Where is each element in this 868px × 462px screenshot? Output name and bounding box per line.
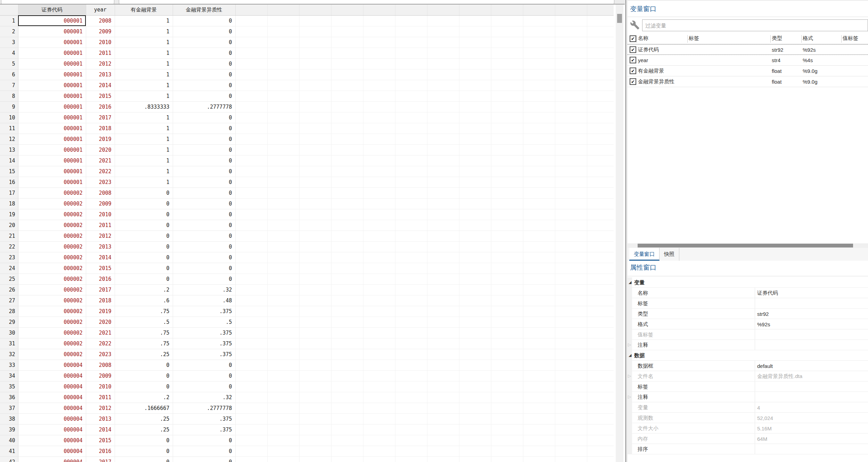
row-number[interactable]: 28: [0, 306, 18, 317]
empty-cell[interactable]: [555, 101, 587, 112]
empty-cell[interactable]: [299, 220, 331, 230]
empty-cell[interactable]: [395, 187, 427, 198]
empty-cell[interactable]: [555, 284, 587, 295]
cell[interactable]: 000004: [18, 413, 86, 424]
empty-cell[interactable]: [523, 295, 555, 306]
empty-cell[interactable]: [235, 80, 267, 91]
empty-cell[interactable]: [363, 252, 395, 263]
empty-cell[interactable]: [267, 360, 299, 370]
empty-cell[interactable]: [523, 144, 555, 155]
cell[interactable]: 1: [115, 26, 173, 37]
empty-cell[interactable]: [235, 252, 267, 263]
property-row-数据框[interactable]: 数据框default: [628, 361, 868, 371]
empty-cell[interactable]: [395, 306, 427, 317]
empty-cell[interactable]: [427, 435, 459, 446]
column-header-type[interactable]: 类型: [772, 35, 782, 42]
empty-cell[interactable]: [267, 413, 299, 424]
empty-cell[interactable]: [587, 69, 614, 80]
empty-cell[interactable]: [427, 166, 459, 177]
empty-cell[interactable]: [331, 187, 363, 198]
empty-cell[interactable]: [363, 381, 395, 392]
cell[interactable]: 0: [115, 230, 173, 241]
empty-cell[interactable]: [587, 26, 614, 37]
row-number[interactable]: 27: [0, 295, 18, 306]
empty-cell[interactable]: [523, 381, 555, 392]
empty-cell[interactable]: [427, 456, 459, 462]
empty-cell[interactable]: [267, 177, 299, 187]
empty-cell[interactable]: [363, 155, 395, 166]
empty-cell[interactable]: [427, 123, 459, 134]
empty-cell[interactable]: [459, 166, 491, 177]
empty-cell[interactable]: [427, 317, 459, 327]
empty-cell[interactable]: [267, 91, 299, 101]
empty-cell[interactable]: [395, 230, 427, 241]
empty-cell[interactable]: [587, 381, 614, 392]
empty-cell[interactable]: [363, 295, 395, 306]
empty-cell[interactable]: [331, 220, 363, 230]
empty-cell[interactable]: [299, 241, 331, 252]
empty-cell[interactable]: [395, 37, 427, 48]
cell[interactable]: 0: [115, 435, 173, 446]
column-header-3[interactable]: 有金融背景: [115, 5, 173, 15]
empty-cell[interactable]: [459, 198, 491, 209]
row-number[interactable]: 29: [0, 317, 18, 327]
empty-cell[interactable]: [555, 177, 587, 187]
empty-cell[interactable]: [395, 284, 427, 295]
empty-cell[interactable]: [299, 456, 331, 462]
cell[interactable]: 2017: [86, 284, 115, 295]
cell[interactable]: 2023: [86, 349, 115, 360]
cell[interactable]: 0: [115, 370, 173, 381]
property-value[interactable]: 4: [755, 402, 868, 412]
cell[interactable]: 2016: [86, 101, 115, 112]
cell[interactable]: 0: [173, 37, 235, 48]
empty-cell[interactable]: [587, 327, 614, 338]
empty-cell[interactable]: [427, 295, 459, 306]
empty-cell[interactable]: [363, 15, 395, 26]
empty-cell[interactable]: [331, 295, 363, 306]
empty-cell[interactable]: [555, 274, 587, 284]
empty-cell[interactable]: [491, 144, 523, 155]
empty-cell[interactable]: [587, 403, 614, 413]
empty-cell[interactable]: [235, 220, 267, 230]
empty-cell[interactable]: [235, 435, 267, 446]
empty-cell[interactable]: [459, 306, 491, 317]
empty-cell[interactable]: [235, 295, 267, 306]
empty-cell[interactable]: [491, 230, 523, 241]
row-number[interactable]: 5: [0, 58, 18, 69]
empty-cell[interactable]: [491, 112, 523, 123]
empty-cell[interactable]: [363, 37, 395, 48]
empty-cell[interactable]: [331, 91, 363, 101]
property-value[interactable]: 5.16M: [755, 423, 868, 433]
property-row-标签[interactable]: 标签: [628, 298, 868, 309]
empty-cell[interactable]: [523, 15, 555, 26]
empty-cell[interactable]: [459, 403, 491, 413]
cell[interactable]: 1: [115, 69, 173, 80]
empty-cell[interactable]: [491, 209, 523, 220]
cell[interactable]: 2020: [86, 317, 115, 327]
property-row-观测数[interactable]: 观测数52,024: [628, 413, 868, 423]
cell[interactable]: 0: [173, 91, 235, 101]
empty-cell[interactable]: [235, 48, 267, 58]
empty-cell[interactable]: [331, 69, 363, 80]
variable-row-证券代码[interactable]: ✔证券代码str92%92s: [628, 44, 868, 55]
empty-cell[interactable]: [523, 446, 555, 456]
empty-cell[interactable]: [267, 144, 299, 155]
empty-cell[interactable]: [331, 370, 363, 381]
variable-row-金融背景异质性[interactable]: ✔金融背景异质性float%9.0g: [628, 76, 868, 87]
empty-cell[interactable]: [555, 403, 587, 413]
empty-cell[interactable]: [491, 263, 523, 274]
empty-cell[interactable]: [235, 456, 267, 462]
empty-cell[interactable]: [491, 327, 523, 338]
variable-checkbox[interactable]: ✔: [630, 78, 636, 85]
column-header-4[interactable]: 金融背景异质性: [173, 5, 235, 15]
empty-cell[interactable]: [299, 360, 331, 370]
empty-cell[interactable]: [235, 327, 267, 338]
empty-cell[interactable]: [523, 456, 555, 462]
cell[interactable]: .2: [115, 284, 173, 295]
row-number[interactable]: 26: [0, 284, 18, 295]
empty-cell[interactable]: [299, 26, 331, 37]
empty-cell[interactable]: [427, 413, 459, 424]
row-number[interactable]: 20: [0, 220, 18, 230]
empty-cell[interactable]: [395, 295, 427, 306]
column-header-label[interactable]: 标签: [689, 35, 699, 42]
